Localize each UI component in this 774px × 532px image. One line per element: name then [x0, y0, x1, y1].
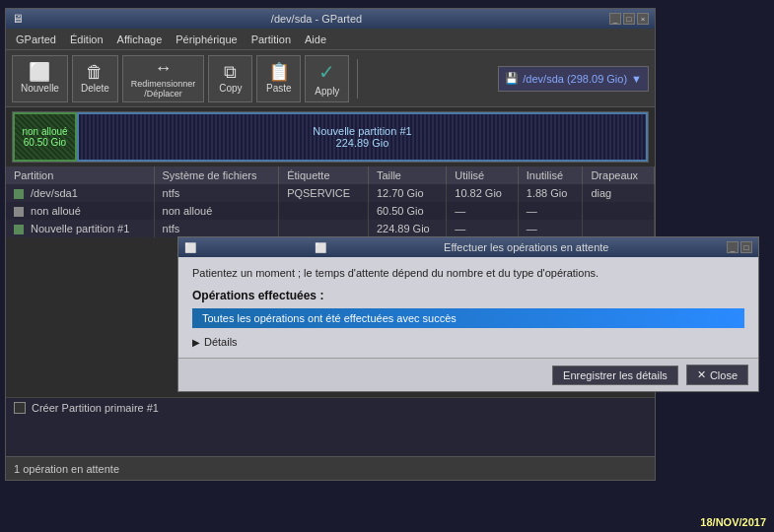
ops-maximize-button[interactable]: □ [740, 241, 752, 253]
ops-dialog-footer: Enregistrer les détails ✕ Close [178, 358, 758, 391]
nouvelle-label: Nouvelle [21, 83, 59, 94]
row3-partition: Nouvelle partition #1 [6, 220, 154, 237]
row2-size: 60.50 Gio [368, 202, 446, 220]
save-details-button[interactable]: Enregistrer les détails [552, 366, 678, 385]
row3-fs: ntfs [154, 220, 279, 237]
device-dropdown-icon: ▼ [631, 73, 642, 85]
row2-used: — [447, 202, 519, 220]
resize-icon: ↔ [155, 59, 173, 77]
unallocated-partition-visual[interactable]: non alloué 60.50 Gio [13, 112, 77, 162]
menu-gparted[interactable]: GParted [10, 32, 62, 47]
date-stamp: 18/NOV/2017 [700, 516, 766, 528]
status-bar: 1 opération en attente [6, 456, 655, 480]
main-partition-visual[interactable]: Nouvelle partition #1 224.89 Gio [77, 112, 648, 162]
copy-label: Copy [219, 83, 242, 94]
title-bar-buttons: _ □ × [609, 13, 649, 25]
device-label: /dev/sda (298.09 Gio) [523, 73, 627, 85]
window-title: /dev/sda - GParted [271, 13, 362, 25]
apply-icon: ✓ [318, 60, 335, 84]
row1-used: 10.82 Gio [447, 184, 519, 202]
delete-label: Delete [81, 83, 109, 94]
ops-success-message: Toutes les opérations ont été effectuées… [202, 312, 457, 324]
paste-button[interactable]: 📋 Paste [256, 55, 301, 102]
toolbar-separator [357, 59, 358, 99]
pending-operations-panel: Créer Partition primaire #1 [6, 397, 655, 456]
copy-button[interactable]: ⧉ Copy [208, 55, 252, 102]
row2-label [279, 202, 369, 220]
table-row[interactable]: Nouvelle partition #1 ntfs 224.89 Gio — … [6, 220, 655, 237]
delete-button[interactable]: 🗑 Delete [72, 55, 118, 102]
ops-success-bar: Toutes les opérations ont été effectuées… [192, 308, 744, 328]
row1-partition: /dev/sda1 [6, 184, 154, 202]
ops-wait-text: Patientez un moment ; le temps d'attente… [192, 267, 744, 279]
ops-details-arrow-icon: ▶ [192, 337, 200, 348]
ops-dialog-icon-1: ⬜ [184, 242, 196, 253]
partition-table-container: Partition Système de fichiers Étiquette … [6, 166, 655, 237]
resize-label: Redimensionner/Déplacer [131, 79, 196, 99]
menu-partition[interactable]: Partition [246, 32, 297, 47]
pending-item-label: Créer Partition primaire #1 [32, 402, 159, 414]
ops-dialog-title: Effectuer les opérations en attente [444, 241, 608, 253]
row1-fs: ntfs [154, 184, 279, 202]
row1-fs-color [14, 189, 24, 199]
ops-minimize-button[interactable]: _ [727, 241, 739, 253]
ops-details-row[interactable]: ▶ Détails [192, 336, 744, 348]
menu-affichage[interactable]: Affichage [111, 32, 169, 47]
apply-label: Apply [315, 86, 339, 97]
col-flags: Drapeaux [583, 166, 655, 184]
title-bar: 🖥 /dev/sda - GParted _ □ × [6, 9, 655, 29]
nouvelle-icon: ⬜ [29, 63, 50, 81]
row3-size: 224.89 Gio [368, 220, 446, 237]
table-row[interactable]: /dev/sda1 ntfs PQSERVICE 12.70 Gio 10.82… [6, 184, 655, 202]
pending-status: 1 opération en attente [14, 463, 119, 475]
table-row[interactable]: non alloué non alloué 60.50 Gio — — [6, 202, 655, 220]
menu-aide[interactable]: Aide [299, 32, 332, 47]
unallocated-size: 60.50 Gio [24, 137, 66, 148]
window-icon: 🖥 [12, 12, 24, 26]
row2-unused: — [518, 202, 583, 220]
row3-unused: — [518, 220, 583, 237]
close-window-button[interactable]: × [637, 13, 649, 25]
copy-icon: ⧉ [224, 63, 237, 81]
row1-size: 12.70 Gio [368, 184, 446, 202]
row3-flags [583, 220, 655, 237]
ops-dialog-title-buttons: _ □ [727, 241, 752, 253]
pending-item[interactable]: Créer Partition primaire #1 [6, 398, 655, 418]
row2-fs: non alloué [154, 202, 279, 220]
close-ops-button[interactable]: ✕ Close [686, 365, 748, 385]
apply-button[interactable]: ✓ Apply [305, 55, 349, 102]
maximize-button[interactable]: □ [623, 13, 635, 25]
ops-dialog-title-bar: ⬜ ⬜ Effectuer les opérations en attente … [178, 237, 758, 257]
pending-checkbox [14, 402, 26, 414]
minimize-button[interactable]: _ [609, 13, 621, 25]
paste-icon: 📋 [268, 63, 290, 81]
row2-flags [583, 202, 655, 220]
col-filesystem: Système de fichiers [154, 166, 279, 184]
ops-details-label: Détails [204, 336, 238, 348]
row2-partition: non alloué [6, 202, 154, 220]
menu-bar: GParted Édition Affichage Périphérique P… [6, 29, 655, 50]
row2-fs-color [14, 207, 24, 217]
row1-flags: diag [583, 184, 655, 202]
device-selector[interactable]: 💾 /dev/sda (298.09 Gio) ▼ [498, 66, 649, 92]
col-label: Étiquette [279, 166, 369, 184]
col-used: Utilisé [447, 166, 519, 184]
col-size: Taille [368, 166, 446, 184]
operations-dialog: ⬜ ⬜ Effectuer les opérations en attente … [177, 236, 759, 392]
col-partition: Partition [6, 166, 154, 184]
ops-dialog-content: Patientez un moment ; le temps d'attente… [178, 257, 758, 358]
unallocated-label: non alloué [22, 126, 67, 137]
row3-used: — [447, 220, 519, 237]
ops-dialog-icon-2: ⬜ [315, 242, 326, 253]
menu-edition[interactable]: Édition [64, 32, 109, 47]
resize-button[interactable]: ↔ Redimensionner/Déplacer [122, 55, 205, 102]
nouvelle-button[interactable]: ⬜ Nouvelle [12, 55, 68, 102]
paste-label: Paste [266, 83, 292, 94]
menu-peripherique[interactable]: Périphérique [170, 32, 243, 47]
row1-unused: 1.88 Gio [518, 184, 583, 202]
main-partition-size: 224.89 Gio [336, 137, 389, 149]
main-partition-label: Nouvelle partition #1 [313, 125, 411, 137]
delete-icon: 🗑 [86, 63, 104, 81]
close-ops-label: Close [710, 369, 738, 381]
table-header-row: Partition Système de fichiers Étiquette … [6, 166, 655, 184]
